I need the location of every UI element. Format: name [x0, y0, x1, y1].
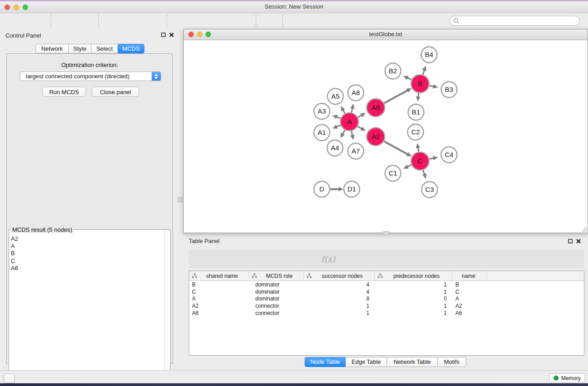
cell[interactable]: A6 [189, 310, 249, 316]
delete-table-button[interactable] [301, 253, 313, 265]
node-C3[interactable]: C3 [422, 182, 438, 198]
cell[interactable]: 4 [304, 281, 375, 288]
node-B1[interactable]: B1 [408, 105, 424, 120]
node-B3[interactable]: B3 [441, 82, 457, 98]
cell[interactable]: C [189, 289, 249, 295]
edge-C-C3[interactable] [423, 170, 425, 176]
mcds-result-item[interactable]: A [11, 243, 164, 250]
zoom-fit-button[interactable] [214, 14, 229, 28]
table-row[interactable]: Bdominator41B [189, 281, 584, 288]
network-maximize-button[interactable] [206, 32, 211, 37]
cell[interactable]: C [452, 289, 487, 295]
edge-A-A5[interactable] [343, 109, 345, 113]
cell[interactable]: 1 [304, 303, 375, 309]
add-column-button[interactable] [267, 253, 277, 265]
new-network-from-file-button[interactable] [288, 14, 304, 28]
split-divider-handle[interactable] [178, 197, 182, 202]
network-close-button[interactable] [188, 32, 194, 37]
network-minimize-button[interactable] [197, 32, 202, 37]
close-window-button[interactable] [5, 5, 10, 10]
tab-network[interactable]: Network [35, 44, 69, 53]
cell[interactable]: dominator [249, 289, 304, 295]
node-B2[interactable]: B2 [385, 63, 401, 79]
edge-A6-B[interactable] [384, 90, 408, 103]
node-C[interactable]: C [411, 152, 429, 170]
select-all-button[interactable] [227, 253, 240, 265]
import-table-button[interactable] [77, 14, 93, 28]
birds-eye-view-button[interactable] [351, 14, 366, 28]
node-table[interactable]: shared name MCDS role successor nodes pr… [189, 271, 584, 356]
edge-A-A4[interactable] [342, 130, 345, 135]
minimize-window-button[interactable] [14, 5, 19, 10]
cell[interactable]: 1 [304, 310, 375, 316]
column-header-MCDS-role[interactable]: MCDS role [249, 271, 304, 281]
home-button[interactable] [309, 14, 325, 28]
close-panel-button[interactable]: Close panel [92, 87, 139, 97]
tab-motifs[interactable]: Motifs [437, 357, 466, 367]
zoom-out-button[interactable] [193, 14, 209, 28]
memory-button[interactable]: Memory [549, 373, 585, 383]
edge-A2-C[interactable] [384, 141, 408, 155]
table-row[interactable]: Adominator80A [189, 295, 584, 303]
result-scrollbar[interactable] [164, 230, 170, 385]
cell[interactable]: dominator [249, 295, 304, 302]
close-panel-icon[interactable] [169, 33, 174, 37]
tab-node-table[interactable]: Node Table [305, 357, 346, 367]
maximize-window-button[interactable] [23, 5, 28, 10]
delete-column-button[interactable] [284, 253, 294, 265]
node-A5[interactable]: A5 [328, 89, 344, 105]
edge-A-A6[interactable] [358, 115, 363, 118]
column-header-name[interactable]: name [452, 271, 487, 281]
float-panel-icon[interactable] [568, 239, 573, 243]
cell[interactable]: 1 [375, 281, 452, 288]
tab-edge-table[interactable]: Edge Table [345, 357, 387, 367]
cell[interactable]: 1 [375, 303, 452, 309]
float-panel-icon[interactable] [161, 33, 166, 37]
open-session-button[interactable] [9, 14, 24, 28]
graphics-details-button[interactable] [330, 14, 345, 28]
search-input[interactable] [459, 17, 576, 24]
node-B4[interactable]: B4 [421, 47, 437, 63]
cell[interactable]: 1 [375, 310, 452, 316]
cell[interactable]: 1 [375, 289, 452, 295]
zoom-selected-button[interactable] [235, 14, 250, 28]
node-B[interactable]: B [411, 75, 429, 93]
cell[interactable]: A6 [452, 310, 487, 316]
cell[interactable]: 4 [304, 289, 375, 295]
edge-C-C2[interactable] [418, 147, 419, 152]
node-C1[interactable]: C1 [385, 166, 401, 181]
cell[interactable]: A2 [452, 303, 487, 309]
node-A2[interactable]: A2 [367, 128, 385, 146]
table-row[interactable]: A2connector11A2 [189, 302, 584, 310]
cell[interactable]: 8 [304, 295, 375, 302]
network-canvas[interactable]: B4 B2 B B3 A8 A5 A6 A3 B1 A C2 A1 A2 [184, 40, 588, 233]
run-mcds-button[interactable]: Run MCDS [42, 87, 86, 97]
edge-B-B4[interactable] [423, 69, 425, 75]
mcds-result-item[interactable]: A6 [11, 265, 164, 272]
node-A1[interactable]: A1 [314, 125, 330, 141]
mcds-result-item[interactable]: B [11, 250, 164, 257]
cell[interactable]: connector [249, 303, 304, 309]
edge-B-B3[interactable] [430, 86, 435, 86]
import-network-button[interactable] [57, 14, 72, 28]
function-builder-label[interactable]: f(x) [321, 254, 335, 264]
criterion-dropdown[interactable]: largest connected component (directed) [20, 71, 161, 81]
table-row[interactable]: A6connector11A6 [189, 310, 584, 317]
table-options-button[interactable] [193, 253, 203, 265]
node-A6[interactable]: A6 [367, 99, 385, 117]
node-C4[interactable]: C4 [441, 147, 457, 163]
edge-A-A8[interactable] [351, 107, 352, 112]
node-D1[interactable]: D1 [344, 181, 360, 197]
cell[interactable]: B [189, 281, 249, 288]
save-session-button[interactable] [30, 14, 45, 28]
edge-A-A2[interactable] [358, 126, 363, 129]
refresh-button[interactable] [262, 14, 277, 28]
node-A7[interactable]: A7 [348, 143, 364, 159]
export-image-button[interactable] [146, 14, 161, 28]
node-A3[interactable]: A3 [314, 104, 330, 119]
mcds-result-item[interactable]: A2 [11, 235, 164, 243]
edge-A-A1[interactable] [336, 125, 341, 127]
edge-C-C4[interactable] [430, 158, 435, 159]
column-header-successor-nodes[interactable]: successor nodes [304, 271, 375, 281]
node-A[interactable]: A [340, 113, 359, 131]
